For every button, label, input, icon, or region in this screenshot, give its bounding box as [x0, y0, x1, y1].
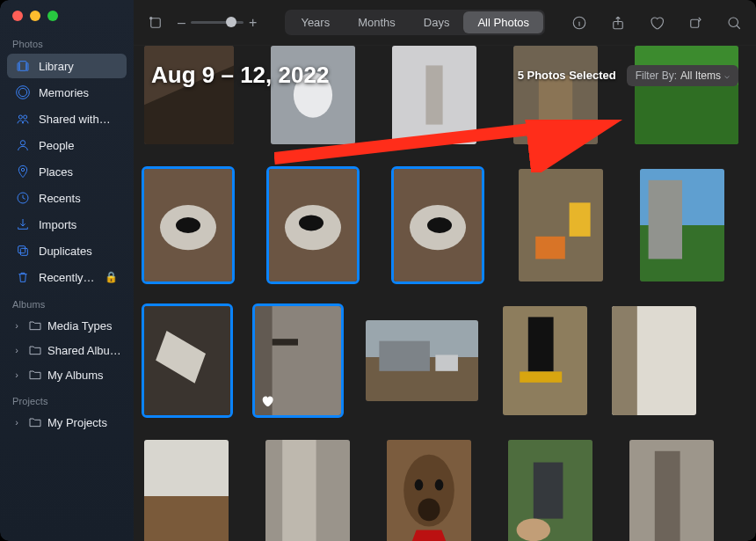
sidebar-item-recently-deleted[interactable]: Recently… 🔒 — [7, 265, 127, 289]
svg-point-7 — [20, 141, 25, 145]
photo-thumbnail[interactable] — [612, 306, 696, 415]
people-icon — [16, 138, 30, 152]
svg-rect-51 — [528, 317, 554, 371]
svg-rect-10 — [18, 246, 25, 253]
sidebar-item-people[interactable]: People — [7, 133, 127, 157]
svg-rect-2 — [26, 63, 28, 71]
sidebar-item-recents[interactable]: Recents — [7, 186, 127, 210]
photo-thumbnail[interactable] — [255, 306, 341, 415]
photo-thumbnail[interactable] — [394, 169, 482, 281]
svg-point-8 — [21, 168, 24, 171]
folder-icon — [28, 318, 42, 333]
sidebar-item-label: Memories — [39, 86, 118, 99]
svg-rect-56 — [144, 496, 229, 541]
sidebar-section-photos-header: Photos — [0, 30, 134, 53]
zoom-plus[interactable]: + — [249, 15, 257, 31]
sidebar-item-label: Recents — [39, 192, 118, 205]
sidebar-item-my-projects[interactable]: › My Projects — [9, 411, 125, 434]
sidebar-item-label: Shared with… — [39, 113, 118, 126]
svg-point-61 — [415, 479, 424, 491]
minimize-window-button[interactable] — [30, 11, 40, 21]
sidebar-item-shared-with-you[interactable]: Shared with… — [7, 106, 127, 131]
sidebar: Photos Library Memories Shared with… Peo… — [0, 0, 134, 541]
svg-point-20 — [294, 72, 332, 118]
photo-thumbnail[interactable] — [366, 320, 478, 401]
tab-months[interactable]: Months — [344, 11, 410, 33]
chevron-down-icon: ⌵ — [724, 70, 730, 80]
window-controls — [0, 0, 134, 30]
photo-thumbnail[interactable] — [392, 46, 476, 144]
sidebar-item-label: My Albums — [47, 369, 104, 382]
tab-years[interactable]: Years — [287, 11, 344, 33]
sidebar-item-imports[interactable]: Imports — [7, 212, 127, 237]
rotate-icon[interactable] — [682, 10, 709, 36]
folder-icon — [28, 368, 42, 382]
photo-thumbnail[interactable] — [265, 440, 350, 541]
photo-thumbnail[interactable] — [144, 306, 230, 415]
photo-thumbnail[interactable] — [387, 440, 471, 541]
svg-rect-0 — [19, 62, 26, 71]
zoom-slider[interactable]: – + — [178, 15, 257, 31]
svg-point-31 — [299, 215, 323, 230]
slider-knob[interactable] — [226, 17, 236, 27]
memories-icon — [16, 85, 30, 99]
photo-thumbnail[interactable] — [640, 169, 724, 281]
search-icon[interactable] — [721, 10, 747, 36]
photo-thumbnail[interactable] — [269, 169, 357, 281]
share-icon[interactable] — [605, 10, 631, 36]
sidebar-item-library[interactable]: Library — [7, 54, 127, 78]
trash-icon — [16, 270, 30, 284]
filter-button[interactable]: Filter By: All Items ⌵ — [627, 65, 738, 86]
folder-icon — [28, 343, 42, 357]
svg-point-34 — [427, 217, 452, 233]
svg-point-63 — [418, 499, 440, 522]
sidebar-item-places[interactable]: Places — [7, 159, 127, 184]
favorite-heart-icon — [260, 394, 274, 412]
aspect-crop-icon[interactable] — [142, 10, 169, 36]
duplicates-icon — [16, 244, 30, 258]
filter-value: All Items — [680, 69, 721, 82]
sidebar-item-duplicates[interactable]: Duplicates — [7, 238, 127, 263]
svg-rect-49 — [435, 355, 458, 370]
sidebar-item-my-albums[interactable]: › My Albums — [9, 363, 125, 386]
photo-thumbnail[interactable] — [503, 306, 587, 415]
recents-icon — [16, 191, 30, 205]
tab-days[interactable]: Days — [410, 11, 464, 33]
photo-thumbnail[interactable] — [513, 46, 598, 144]
sidebar-item-label: Duplicates — [39, 245, 118, 258]
svg-point-5 — [18, 115, 22, 119]
filter-label: Filter By: — [636, 69, 677, 82]
photo-thumbnail[interactable] — [635, 46, 738, 144]
photos-app-window: Photos Library Memories Shared with… Peo… — [0, 0, 756, 541]
sidebar-item-memories[interactable]: Memories — [7, 80, 127, 105]
sidebar-item-shared-albums[interactable]: › Shared Albu… — [9, 339, 125, 362]
photo-thumbnail[interactable] — [144, 169, 232, 281]
svg-rect-68 — [655, 451, 680, 541]
sidebar-item-label: Media Types — [47, 319, 112, 333]
sidebar-item-label: Library — [39, 60, 118, 73]
library-icon — [16, 59, 30, 73]
close-window-button[interactable] — [12, 11, 23, 21]
photo-thumbnail[interactable] — [144, 440, 229, 541]
sidebar-item-media-types[interactable]: › Media Types — [9, 314, 125, 337]
tab-all-photos[interactable]: All Photos — [463, 11, 543, 33]
svg-point-13 — [150, 17, 152, 18]
svg-point-28 — [176, 217, 200, 233]
zoom-minus[interactable]: – — [178, 15, 185, 31]
chevron-right-icon: › — [12, 369, 21, 380]
slider-track[interactable] — [191, 21, 244, 24]
photo-thumbnail[interactable] — [144, 46, 234, 144]
svg-point-17 — [729, 18, 738, 27]
sidebar-item-label: People — [39, 139, 118, 152]
svg-rect-16 — [691, 19, 699, 27]
photo-thumbnail[interactable] — [508, 440, 592, 541]
photo-thumbnail[interactable] — [629, 440, 714, 541]
svg-point-6 — [24, 115, 27, 119]
photo-thumbnail[interactable] — [271, 46, 355, 144]
favorite-icon[interactable] — [643, 10, 670, 36]
fullscreen-window-button[interactable] — [47, 11, 58, 21]
info-icon[interactable] — [566, 10, 592, 36]
sidebar-item-label: My Projects — [47, 416, 107, 429]
photo-thumbnail[interactable] — [519, 169, 603, 281]
imports-icon — [16, 217, 30, 231]
